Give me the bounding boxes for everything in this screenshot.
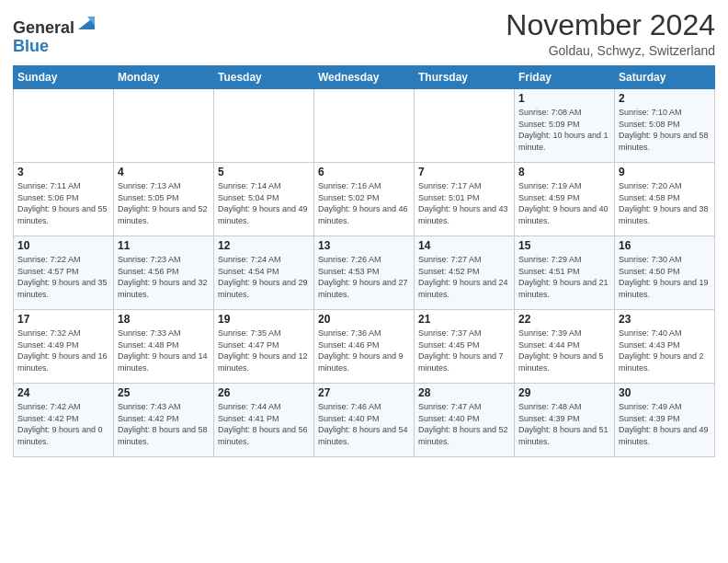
day-info: Sunrise: 7:27 AM Sunset: 4:52 PM Dayligh…	[418, 254, 510, 300]
col-friday: Friday	[515, 66, 615, 89]
day-info: Sunrise: 7:26 AM Sunset: 4:53 PM Dayligh…	[318, 254, 410, 300]
day-info: Sunrise: 7:17 AM Sunset: 5:01 PM Dayligh…	[418, 180, 510, 226]
page-container: General Blue November 2024 Goldau, Schwy…	[0, 0, 728, 466]
day-number: 21	[418, 313, 510, 326]
calendar-cell: 28Sunrise: 7:47 AM Sunset: 4:40 PM Dayli…	[415, 384, 515, 457]
day-number: 19	[218, 313, 310, 326]
col-tuesday: Tuesday	[214, 66, 314, 89]
day-number: 5	[218, 166, 310, 178]
calendar-cell: 13Sunrise: 7:26 AM Sunset: 4:53 PM Dayli…	[314, 236, 415, 310]
calendar-cell: 15Sunrise: 7:29 AM Sunset: 4:51 PM Dayli…	[515, 236, 615, 310]
calendar-week-4: 17Sunrise: 7:32 AM Sunset: 4:49 PM Dayli…	[14, 310, 715, 384]
day-number: 7	[418, 166, 510, 178]
calendar-cell: 2Sunrise: 7:10 AM Sunset: 5:08 PM Daylig…	[615, 89, 715, 163]
day-info: Sunrise: 7:43 AM Sunset: 4:42 PM Dayligh…	[118, 401, 210, 447]
col-monday: Monday	[114, 66, 214, 89]
day-number: 22	[518, 313, 610, 326]
calendar-cell: 18Sunrise: 7:33 AM Sunset: 4:48 PM Dayli…	[114, 310, 214, 384]
calendar-cell: 21Sunrise: 7:37 AM Sunset: 4:45 PM Dayli…	[415, 310, 515, 384]
col-saturday: Saturday	[615, 66, 715, 89]
calendar-cell: 26Sunrise: 7:44 AM Sunset: 4:41 PM Dayli…	[214, 384, 314, 457]
calendar-cell: 11Sunrise: 7:23 AM Sunset: 4:56 PM Dayli…	[114, 236, 214, 310]
day-number: 18	[118, 313, 210, 326]
logo-general: General	[13, 18, 74, 37]
day-number: 6	[318, 166, 410, 178]
day-number: 24	[17, 386, 109, 399]
calendar-cell	[314, 89, 415, 163]
day-info: Sunrise: 7:32 AM Sunset: 4:49 PM Dayligh…	[17, 327, 109, 373]
calendar-cell	[14, 89, 114, 163]
calendar-cell: 1Sunrise: 7:08 AM Sunset: 5:09 PM Daylig…	[515, 89, 615, 163]
day-info: Sunrise: 7:40 AM Sunset: 4:43 PM Dayligh…	[619, 327, 711, 373]
col-thursday: Thursday	[415, 66, 515, 89]
day-number: 15	[518, 239, 610, 252]
day-info: Sunrise: 7:49 AM Sunset: 4:39 PM Dayligh…	[619, 401, 711, 447]
calendar-cell	[214, 89, 314, 163]
day-info: Sunrise: 7:16 AM Sunset: 5:02 PM Dayligh…	[318, 180, 410, 226]
day-number: 28	[418, 386, 510, 399]
col-sunday: Sunday	[14, 66, 114, 89]
day-info: Sunrise: 7:47 AM Sunset: 4:40 PM Dayligh…	[418, 401, 510, 447]
day-number: 14	[418, 239, 510, 252]
day-info: Sunrise: 7:24 AM Sunset: 4:54 PM Dayligh…	[218, 254, 310, 300]
day-info: Sunrise: 7:20 AM Sunset: 4:58 PM Dayligh…	[619, 180, 711, 226]
calendar-week-1: 1Sunrise: 7:08 AM Sunset: 5:09 PM Daylig…	[14, 89, 715, 163]
calendar-cell: 5Sunrise: 7:14 AM Sunset: 5:04 PM Daylig…	[214, 163, 314, 236]
day-number: 17	[17, 313, 109, 326]
calendar-cell: 23Sunrise: 7:40 AM Sunset: 4:43 PM Dayli…	[615, 310, 715, 384]
calendar-cell: 10Sunrise: 7:22 AM Sunset: 4:57 PM Dayli…	[14, 236, 114, 310]
day-number: 29	[518, 386, 610, 399]
day-number: 30	[619, 386, 711, 399]
header: General Blue November 2024 Goldau, Schwy…	[13, 9, 715, 58]
day-info: Sunrise: 7:10 AM Sunset: 5:08 PM Dayligh…	[619, 107, 711, 153]
day-number: 2	[619, 92, 711, 105]
calendar-week-2: 3Sunrise: 7:11 AM Sunset: 5:06 PM Daylig…	[14, 163, 715, 236]
day-info: Sunrise: 7:22 AM Sunset: 4:57 PM Dayligh…	[17, 254, 109, 300]
day-number: 11	[118, 239, 210, 252]
calendar-cell: 29Sunrise: 7:48 AM Sunset: 4:39 PM Dayli…	[515, 384, 615, 457]
calendar-cell: 30Sunrise: 7:49 AM Sunset: 4:39 PM Dayli…	[615, 384, 715, 457]
day-info: Sunrise: 7:42 AM Sunset: 4:42 PM Dayligh…	[17, 401, 109, 447]
day-number: 27	[318, 386, 410, 399]
logo-icon	[76, 13, 97, 33]
day-info: Sunrise: 7:13 AM Sunset: 5:05 PM Dayligh…	[118, 180, 210, 226]
day-info: Sunrise: 7:29 AM Sunset: 4:51 PM Dayligh…	[518, 254, 610, 300]
col-wednesday: Wednesday	[314, 66, 415, 89]
calendar-cell: 4Sunrise: 7:13 AM Sunset: 5:05 PM Daylig…	[114, 163, 214, 236]
calendar-week-5: 24Sunrise: 7:42 AM Sunset: 4:42 PM Dayli…	[14, 384, 715, 457]
day-info: Sunrise: 7:11 AM Sunset: 5:06 PM Dayligh…	[17, 180, 109, 226]
day-info: Sunrise: 7:46 AM Sunset: 4:40 PM Dayligh…	[318, 401, 410, 447]
location: Goldau, Schwyz, Switzerland	[506, 43, 715, 58]
calendar-cell: 20Sunrise: 7:36 AM Sunset: 4:46 PM Dayli…	[314, 310, 415, 384]
day-info: Sunrise: 7:35 AM Sunset: 4:47 PM Dayligh…	[218, 327, 310, 373]
calendar-cell: 14Sunrise: 7:27 AM Sunset: 4:52 PM Dayli…	[415, 236, 515, 310]
calendar-cell: 8Sunrise: 7:19 AM Sunset: 4:59 PM Daylig…	[515, 163, 615, 236]
month-title: November 2024	[506, 9, 715, 41]
day-number: 8	[518, 166, 610, 178]
day-number: 9	[619, 166, 711, 178]
day-info: Sunrise: 7:39 AM Sunset: 4:44 PM Dayligh…	[518, 327, 610, 373]
logo-blue: Blue	[13, 37, 49, 55]
day-info: Sunrise: 7:33 AM Sunset: 4:48 PM Dayligh…	[118, 327, 210, 373]
day-info: Sunrise: 7:14 AM Sunset: 5:04 PM Dayligh…	[218, 180, 310, 226]
day-info: Sunrise: 7:36 AM Sunset: 4:46 PM Dayligh…	[318, 327, 410, 373]
day-number: 12	[218, 239, 310, 252]
calendar-cell: 19Sunrise: 7:35 AM Sunset: 4:47 PM Dayli…	[214, 310, 314, 384]
day-number: 23	[619, 313, 711, 326]
calendar-cell: 7Sunrise: 7:17 AM Sunset: 5:01 PM Daylig…	[415, 163, 515, 236]
calendar-cell: 22Sunrise: 7:39 AM Sunset: 4:44 PM Dayli…	[515, 310, 615, 384]
day-number: 10	[17, 239, 109, 252]
day-number: 4	[118, 166, 210, 178]
day-info: Sunrise: 7:08 AM Sunset: 5:09 PM Dayligh…	[518, 107, 610, 153]
day-info: Sunrise: 7:19 AM Sunset: 4:59 PM Dayligh…	[518, 180, 610, 226]
calendar-cell	[114, 89, 214, 163]
calendar-cell: 3Sunrise: 7:11 AM Sunset: 5:06 PM Daylig…	[14, 163, 114, 236]
calendar-cell	[415, 89, 515, 163]
day-info: Sunrise: 7:44 AM Sunset: 4:41 PM Dayligh…	[218, 401, 310, 447]
calendar-cell: 12Sunrise: 7:24 AM Sunset: 4:54 PM Dayli…	[214, 236, 314, 310]
day-number: 1	[518, 92, 610, 105]
day-number: 20	[318, 313, 410, 326]
title-block: November 2024 Goldau, Schwyz, Switzerlan…	[506, 9, 715, 58]
day-number: 13	[318, 239, 410, 252]
day-number: 26	[218, 386, 310, 399]
